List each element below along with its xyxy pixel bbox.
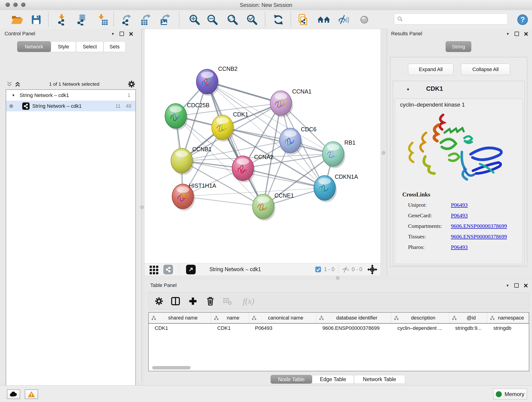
table-header-row: shared namenamecanonical namedatabase id…	[149, 313, 529, 324]
help-icon[interactable]: ?	[516, 13, 529, 26]
birds-eye-view-icon[interactable]	[186, 265, 196, 274]
delete-table-icon	[221, 296, 233, 307]
show-glass-eye-icon[interactable]	[358, 13, 371, 26]
table-settings-gear-icon[interactable]	[153, 296, 165, 307]
close-panel-icon[interactable]	[524, 32, 528, 36]
home-icon[interactable]	[317, 13, 330, 26]
zoom-out-icon[interactable]	[206, 13, 219, 26]
network-collection-row[interactable]: ▼ String Network – cdk1 1	[6, 90, 135, 101]
import-table-icon[interactable]	[96, 13, 109, 26]
column-header--id[interactable]: @id	[449, 313, 488, 323]
float-panel-icon[interactable]	[515, 32, 519, 36]
toolbar-separator	[114, 12, 114, 27]
open-session-icon[interactable]	[10, 13, 23, 26]
add-column-icon[interactable]	[187, 296, 199, 307]
network-view-title: String Network – cdk1	[209, 266, 261, 273]
network-node-CDK1[interactable]	[212, 115, 234, 142]
export-table-icon[interactable]	[139, 13, 152, 26]
network-node-CDC6[interactable]	[279, 128, 302, 155]
collapse-all-icon[interactable]	[6, 81, 12, 87]
tab-sets[interactable]: Sets	[104, 41, 126, 52]
refresh-icon[interactable]	[272, 13, 285, 26]
export-network-icon[interactable]	[120, 13, 133, 26]
delete-column-trash-icon[interactable]	[204, 296, 216, 307]
network-node-label: HIST1H1A	[189, 182, 216, 189]
network-canvas[interactable]: CCNB2CCNA1CDC25BCDK1CDC6RB1CCNB1CCNA2CDK…	[145, 29, 380, 263]
section-collapse-icon[interactable]: ▼	[406, 88, 410, 92]
horizontal-scrollbar-thumb[interactable]	[152, 366, 191, 370]
crosslink-link[interactable]: P06493	[451, 212, 468, 219]
right-splitter-handle[interactable]	[382, 151, 385, 155]
panel-menu-icon[interactable]: ▼	[506, 284, 509, 287]
close-panel-icon[interactable]	[524, 283, 528, 288]
network-node-CCNA1[interactable]	[270, 91, 293, 117]
left-splitter-handle[interactable]	[140, 205, 144, 209]
table-cell: stringdb	[487, 325, 529, 331]
network-node-CCNB1[interactable]	[171, 148, 194, 175]
network-node-CCNE1[interactable]	[253, 194, 275, 221]
network-node-CCNB2[interactable]	[196, 69, 219, 96]
selected-checkbox-icon[interactable]	[315, 266, 321, 273]
import-network-from-database-icon[interactable]	[75, 13, 88, 26]
float-panel-icon[interactable]	[514, 283, 519, 288]
warnings-button[interactable]	[25, 389, 38, 399]
column-header-name[interactable]: name	[211, 313, 249, 323]
panel-menu-icon[interactable]: ▼	[111, 32, 114, 36]
crosslink-link[interactable]: P06493	[451, 202, 468, 208]
string-style-icon[interactable]	[163, 265, 173, 274]
crosslink-label: GeneCard:	[408, 212, 432, 219]
zoom-selected-icon[interactable]	[246, 13, 259, 26]
hide-glass-eye-icon[interactable]	[337, 13, 350, 26]
close-panel-icon[interactable]	[129, 32, 133, 36]
column-header-namespace[interactable]: namespace	[487, 313, 529, 323]
show-columns-icon[interactable]	[170, 296, 181, 307]
network-selection-status: 1 of 1 Network selected	[21, 81, 128, 87]
network-node-label: CDKN1A	[335, 173, 358, 180]
tab-network-table[interactable]: Network Table	[354, 375, 405, 384]
column-header-description[interactable]: description	[391, 313, 449, 323]
zoom-fit-icon[interactable]	[226, 13, 239, 26]
tab-node-table[interactable]: Node Table	[271, 375, 312, 384]
share-document-icon[interactable]	[297, 13, 309, 26]
column-header-canonical-name[interactable]: canonical name	[249, 313, 317, 323]
table-panel-title: Table Panel	[150, 282, 177, 288]
fit-selected-crosshair-icon[interactable]	[367, 264, 377, 274]
tab-string-results[interactable]: String	[446, 41, 471, 52]
expand-all-button[interactable]: Expand All	[408, 64, 453, 75]
zoom-in-icon[interactable]	[188, 13, 201, 26]
protein-details: cyclin–dependent kinase 1	[395, 99, 523, 264]
collapse-all-button[interactable]: Collapse All	[461, 64, 510, 75]
cloud-button[interactable]	[7, 389, 20, 399]
search-input[interactable]	[403, 16, 505, 22]
column-header-shared-name[interactable]: shared name	[149, 313, 211, 323]
panel-menu-icon[interactable]: ▼	[506, 32, 510, 36]
table-panel: Table Panel ▼ f(x) shared namenamecanoni…	[144, 280, 532, 385]
network-row[interactable]: String Network – cdk1 11 48	[6, 101, 135, 111]
tree-expand-icon[interactable]: ▼	[12, 93, 15, 97]
export-image-icon[interactable]	[159, 13, 172, 26]
tab-style[interactable]: Style	[51, 41, 76, 52]
gear-icon[interactable]	[128, 80, 135, 88]
protein-structure-image	[404, 111, 512, 186]
network-node-CDKN1A[interactable]	[314, 176, 337, 202]
import-network-icon[interactable]	[56, 13, 68, 26]
string-results-container: Expand All Collapse All ▼ CDK1 cyclin–de…	[390, 57, 527, 267]
crosslink-link[interactable]: 9606.ENSP00000378699	[451, 234, 507, 240]
expand-all-icon[interactable]	[15, 81, 21, 87]
save-session-icon[interactable]	[30, 13, 43, 26]
cloud-icon	[10, 391, 17, 397]
grid-view-icon[interactable]	[149, 265, 159, 274]
crosslink-link[interactable]: P06493	[451, 244, 468, 250]
tab-select[interactable]: Select	[76, 41, 104, 52]
network-node-CCNA2[interactable]	[232, 156, 255, 182]
crosslink-link[interactable]: 9606.ENSP00000378699	[451, 223, 507, 229]
float-panel-icon[interactable]	[120, 32, 124, 36]
column-header-database-identifier[interactable]: database identifier	[317, 313, 391, 323]
bottom-splitter-handle[interactable]	[336, 276, 340, 280]
table-row[interactable]: CDK1CDK1P064939606.ENSP00000378699cyclin…	[149, 324, 529, 333]
tab-edge-table[interactable]: Edge Table	[312, 375, 354, 384]
memory-button[interactable]: Memory	[493, 389, 527, 400]
network-node-RB1[interactable]	[322, 142, 345, 168]
tab-network[interactable]: Network	[17, 41, 51, 52]
network-node-CDC25B[interactable]	[165, 104, 188, 130]
